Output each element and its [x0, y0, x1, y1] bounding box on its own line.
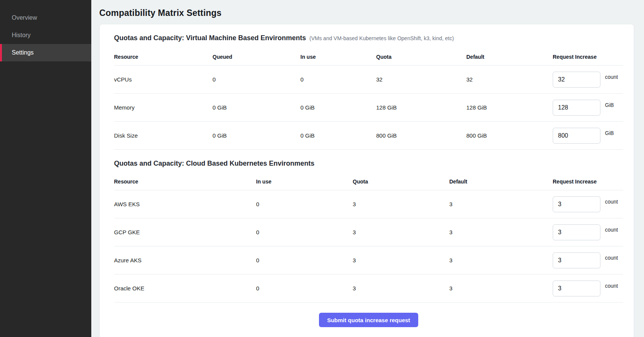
cell-quota: 32: [376, 76, 466, 83]
table-row-aws-eks: AWS EKS 0 3 3 count: [114, 190, 623, 218]
cell-request-increase: GiB: [553, 128, 623, 144]
unit-label: count: [605, 74, 618, 80]
cell-queued: 0 GiB: [213, 132, 300, 139]
request-increase-input[interactable]: [553, 281, 600, 296]
cell-quota: 3: [353, 257, 449, 263]
cell-in-use: 0: [256, 285, 353, 292]
table-row-memory: Memory 0 GiB 0 GiB 128 GiB 128 GiB GiB: [114, 94, 623, 122]
cell-request-increase: count: [553, 224, 623, 240]
cell-in-use: 0 GiB: [300, 132, 376, 139]
k8s-section-title: Quotas and Capacity: Cloud Based Kuberne…: [114, 160, 314, 168]
main-content: Compatibility Matrix Settings Quotas and…: [91, 0, 644, 337]
column-header-request-increase: Request Increase: [553, 179, 623, 185]
unit-label: count: [605, 255, 618, 261]
column-header-request-increase: Request Increase: [553, 54, 623, 60]
cell-default: 3: [449, 229, 553, 235]
cell-quota: 128 GiB: [376, 104, 466, 111]
table-row-azure-aks: Azure AKS 0 3 3 count: [114, 246, 623, 274]
cell-default: 800 GiB: [466, 132, 553, 139]
submit-quota-increase-button[interactable]: Submit quota increase request: [319, 313, 418, 327]
sidebar-item-overview[interactable]: Overview: [0, 9, 91, 27]
cell-resource: Memory: [114, 104, 213, 111]
sidebar: Overview History Settings: [0, 0, 91, 337]
request-increase-input[interactable]: [553, 196, 600, 212]
column-header-quota: Quota: [376, 54, 466, 60]
cell-quota: 800 GiB: [376, 132, 466, 139]
request-increase-input[interactable]: [553, 72, 600, 88]
cell-resource: AWS EKS: [114, 201, 256, 207]
vm-section-subtitle: (VMs and VM-based Kubernetes like OpenSh…: [309, 35, 454, 41]
table-row-oracle-oke: Oracle OKE 0 3 3 count: [114, 274, 623, 303]
vm-quota-table: Resource Queued In use Quota Default Req…: [114, 48, 623, 150]
cell-quota: 3: [353, 285, 449, 292]
sidebar-item-label: Overview: [12, 14, 37, 21]
vm-table-header-row: Resource Queued In use Quota Default Req…: [114, 48, 623, 66]
cell-request-increase: count: [553, 196, 623, 212]
cell-request-increase: count: [553, 252, 623, 268]
column-header-default: Default: [449, 179, 553, 185]
cell-default: 3: [449, 257, 553, 263]
sidebar-item-settings[interactable]: Settings: [0, 44, 91, 61]
request-increase-input[interactable]: [553, 128, 600, 144]
request-increase-input[interactable]: [553, 224, 600, 240]
unit-label: count: [605, 283, 618, 289]
cell-default: 3: [449, 201, 553, 207]
column-header-resource: Resource: [114, 54, 213, 60]
k8s-section-header: Quotas and Capacity: Cloud Based Kuberne…: [114, 160, 623, 168]
cell-quota: 3: [353, 201, 449, 207]
cell-resource: Azure AKS: [114, 257, 256, 263]
cell-in-use: 0: [256, 257, 353, 263]
k8s-table-header-row: Resource In use Quota Default Request In…: [114, 173, 623, 190]
cell-request-increase: count: [553, 281, 623, 296]
cell-in-use: 0: [300, 76, 376, 83]
cell-in-use: 0: [256, 201, 353, 207]
unit-label: count: [605, 227, 618, 233]
column-header-default: Default: [466, 54, 553, 60]
cell-queued: 0: [213, 76, 300, 83]
page-title: Compatibility Matrix Settings: [99, 8, 634, 18]
cell-resource: vCPUs: [114, 76, 213, 83]
column-header-resource: Resource: [114, 179, 256, 185]
cell-request-increase: count: [553, 72, 623, 88]
table-row-vcpus: vCPUs 0 0 32 32 count: [114, 66, 623, 94]
unit-label: GiB: [605, 102, 614, 108]
cell-default: 3: [449, 285, 553, 292]
column-header-quota: Quota: [353, 179, 449, 185]
cell-queued: 0 GiB: [213, 104, 300, 111]
cell-resource: GCP GKE: [114, 229, 256, 235]
submit-row: Submit quota increase request: [114, 303, 623, 335]
cell-resource: Oracle OKE: [114, 285, 256, 292]
cell-default: 32: [466, 76, 553, 83]
cell-quota: 3: [353, 229, 449, 235]
vm-section-header: Quotas and Capacity: Virtual Machine Bas…: [114, 34, 623, 42]
sidebar-item-label: History: [12, 32, 31, 39]
column-header-queued: Queued: [213, 54, 300, 60]
column-header-in-use: In use: [300, 54, 376, 60]
sidebar-item-label: Settings: [12, 49, 34, 56]
sidebar-item-history[interactable]: History: [0, 27, 91, 44]
active-indicator: [0, 44, 2, 61]
cell-request-increase: GiB: [553, 100, 623, 116]
k8s-quota-table: Resource In use Quota Default Request In…: [114, 173, 623, 303]
table-row-gcp-gke: GCP GKE 0 3 3 count: [114, 218, 623, 246]
table-row-disk-size: Disk Size 0 GiB 0 GiB 800 GiB 800 GiB Gi…: [114, 122, 623, 150]
request-increase-input[interactable]: [553, 100, 600, 116]
cell-in-use: 0 GiB: [300, 104, 376, 111]
unit-label: count: [605, 199, 618, 205]
settings-card: Quotas and Capacity: Virtual Machine Bas…: [99, 24, 634, 337]
cell-default: 128 GiB: [466, 104, 553, 111]
vm-section-title: Quotas and Capacity: Virtual Machine Bas…: [114, 34, 306, 42]
request-increase-input[interactable]: [553, 252, 600, 268]
column-header-in-use: In use: [256, 179, 353, 185]
unit-label: GiB: [605, 130, 614, 136]
cell-in-use: 0: [256, 229, 353, 235]
cell-resource: Disk Size: [114, 132, 213, 139]
